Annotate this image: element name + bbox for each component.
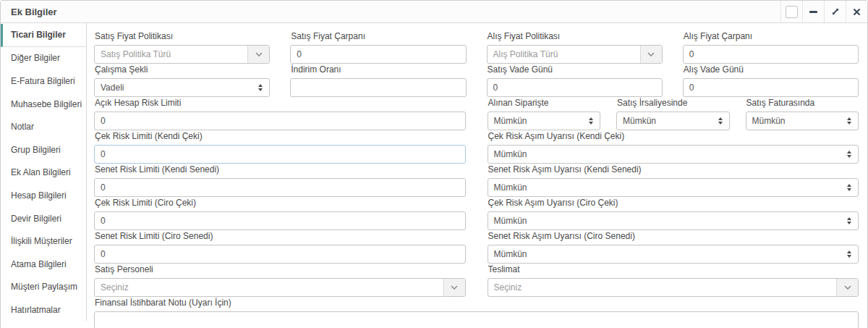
maximize-button[interactable]: [780, 1, 802, 22]
select-value: Vadeli: [101, 83, 124, 93]
select-placeholder: Seçiniz: [488, 279, 837, 296]
sidebar-item-hesap-bilgileri[interactable]: Hesap Bilgileri: [1, 184, 86, 207]
cek-risk-asim-kendi-select[interactable]: Mümkün: [488, 145, 859, 164]
select-updown-icon: [258, 84, 263, 91]
field-label: İndirim Oranı: [291, 65, 466, 75]
form-row-7: Senet Risk Limiti (Ciro Senedi) Senet Ri…: [94, 232, 859, 264]
sidebar-item-iliskili-musteriler[interactable]: İlişkili Müşteriler: [1, 230, 86, 253]
teslimat-select[interactable]: Seçiniz: [488, 278, 859, 297]
select-updown-icon: [847, 117, 851, 125]
field-label: Satış Personeli: [95, 265, 466, 274]
minimize-button[interactable]: [802, 1, 824, 22]
satis-personeli-select[interactable]: Seçiniz: [94, 278, 466, 297]
sidebar-item-ek-alan-bilgileri[interactable]: Ek Alan Bilgileri: [1, 161, 86, 185]
sidebar-item-ticari-bilgiler[interactable]: Ticari Bilgiler: [1, 24, 86, 47]
select-value: Mümkün: [494, 149, 527, 159]
sidebar-item-hatirlatmalar[interactable]: Hatırlatmalar: [1, 298, 86, 321]
alis-fiyat-politikasi-select[interactable]: Alış Politika Türü: [487, 45, 663, 64]
minimize-icon: [809, 11, 817, 13]
dialog-title: Ek Bilgiler: [1, 7, 57, 17]
field-label: Çalışma Şekli: [95, 65, 270, 75]
field-label: Satış Fiyat Çarpanı: [291, 32, 466, 41]
field-satis-irsaliyesinde: Satış İrsaliyesinde Mümkün: [616, 98, 730, 130]
field-senet-risk-limiti-ciro: Senet Risk Limiti (Ciro Senedi): [94, 232, 466, 264]
expand-icon: [831, 7, 840, 16]
select-value: Mümkün: [494, 216, 527, 226]
risk-selects-group: Alınan Siparişte Mümkün Satış İrsaliyesi…: [488, 98, 859, 130]
sidebar-item-devir-bilgileri[interactable]: Devir Bilgileri: [1, 207, 86, 230]
select-placeholder: Seçiniz: [95, 279, 443, 296]
cek-risk-limiti-kendi-input[interactable]: [94, 145, 466, 164]
ek-bilgiler-dialog: Ek Bilgiler Ticar: [0, 0, 868, 328]
field-label: Alış Vade Günü: [684, 65, 859, 75]
alis-fiyat-carpani-input[interactable]: [683, 45, 859, 64]
close-button[interactable]: [846, 1, 867, 22]
indirim-orani-input[interactable]: [290, 78, 466, 97]
form-row-5: Senet Risk Limiti (Kendi Senedi) Senet R…: [94, 165, 859, 197]
sidebar-item-diger-bilgiler[interactable]: Diğer Bilgiler: [1, 47, 86, 70]
senet-risk-asim-ciro-select[interactable]: Mümkün: [488, 245, 859, 264]
form-row-8: Satış Personeli Seçiniz Teslimat Seçiniz: [94, 265, 859, 297]
sidebar-item-muhasebe-bilgileri[interactable]: Muhasebe Bilgileri: [1, 93, 86, 116]
form-row-3: Açık Hesap Risk Limiti Alınan Siparişte …: [94, 98, 859, 130]
field-label: Senet Risk Limiti (Ciro Senedi): [95, 232, 466, 241]
form-row-1: Satış Fiyat Politikası Satış Politika Tü…: [94, 32, 859, 64]
field-satis-vade-gunu: Satış Vade Günü: [487, 65, 663, 97]
alis-vade-gunu-input[interactable]: [683, 78, 859, 97]
field-label: Çek Risk Aşım Uyarısı (Ciro Çeki): [488, 198, 859, 208]
satis-fiyat-carpani-input[interactable]: [290, 45, 466, 64]
select-value: Mümkün: [494, 249, 527, 259]
select-updown-icon: [847, 217, 851, 224]
cek-risk-asim-ciro-select[interactable]: Mümkün: [488, 211, 859, 230]
satis-irsaliyesinde-select[interactable]: Mümkün: [616, 112, 730, 130]
finansal-istihbarat-textarea[interactable]: [94, 311, 859, 328]
field-label: Satış İrsaliyesinde: [617, 98, 730, 108]
satis-faturasinda-select[interactable]: Mümkün: [746, 112, 859, 130]
senet-risk-limiti-ciro-input[interactable]: [94, 245, 466, 264]
alinan-sipariste-select[interactable]: Mümkün: [488, 112, 601, 130]
field-senet-risk-asim-ciro: Senet Risk Aşım Uyarısı (Ciro Senedi) Mü…: [488, 232, 859, 264]
senet-risk-limiti-kendi-input[interactable]: [94, 178, 466, 197]
field-label: Senet Risk Aşım Uyarısı (Ciro Senedi): [488, 232, 859, 241]
select-value: Mümkün: [494, 182, 527, 193]
cek-risk-limiti-ciro-input[interactable]: [94, 211, 466, 230]
window-controls: [780, 1, 867, 22]
select-placeholder: Satış Politika Türü: [95, 46, 247, 63]
field-label: Çek Risk Aşım Uyarısı (Kendi Çeki): [488, 132, 859, 141]
field-calisma-sekli: Çalışma Şekli Vadeli: [94, 65, 270, 97]
form-row-4: Çek Risk Limiti (Kendi Çeki) Çek Risk Aş…: [94, 132, 859, 164]
sidebar-item-musteri-paylasim[interactable]: Müşteri Paylaşım: [1, 276, 86, 299]
sidebar-item-atama-bilgileri[interactable]: Atama Bilgileri: [1, 253, 86, 276]
select-placeholder: Alış Politika Türü: [488, 46, 640, 63]
field-teslimat: Teslimat Seçiniz: [488, 265, 859, 297]
dialog-titlebar: Ek Bilgiler: [1, 1, 867, 23]
sidebar-item-notlar[interactable]: Notlar: [1, 115, 86, 138]
field-alis-fiyat-politikasi: Alış Fiyat Politikası Alış Politika Türü: [487, 32, 663, 64]
field-satis-fiyat-politikasi: Satış Fiyat Politikası Satış Politika Tü…: [94, 32, 270, 64]
select-updown-icon: [847, 184, 851, 191]
chevron-down-icon: [247, 46, 269, 63]
satis-vade-gunu-input[interactable]: [487, 78, 663, 97]
select-updown-icon: [589, 117, 593, 125]
form-row-6: Çek Risk Limiti (Ciro Çeki) Çek Risk Aşı…: [94, 198, 859, 230]
field-label: Senet Risk Limiti (Kendi Senedi): [95, 165, 466, 174]
field-satis-faturasinda: Satış Faturasında Mümkün: [746, 98, 859, 130]
field-label: Satış Vade Günü: [488, 65, 663, 75]
close-icon: [853, 8, 861, 16]
select-updown-icon: [718, 117, 723, 125]
senet-risk-asim-kendi-select[interactable]: Mümkün: [488, 178, 859, 197]
field-label: Çek Risk Limiti (Ciro Çeki): [95, 198, 466, 208]
maximize-icon: [786, 6, 798, 18]
sidebar-item-e-fatura-bilgileri[interactable]: E-Fatura Bilgileri: [1, 70, 86, 93]
acik-hesap-risk-limiti-input[interactable]: [94, 112, 466, 130]
sidebar: Ticari Bilgiler Diğer Bilgiler E-Fatura …: [1, 23, 87, 321]
field-label: Alış Fiyat Çarpanı: [684, 32, 859, 41]
satis-fiyat-politikasi-select[interactable]: Satış Politika Türü: [94, 45, 270, 64]
field-acik-hesap-risk-limiti: Açık Hesap Risk Limiti: [94, 98, 466, 130]
expand-button[interactable]: [824, 1, 846, 22]
field-satis-fiyat-carpani: Satış Fiyat Çarpanı: [290, 32, 466, 64]
field-label: Çek Risk Limiti (Kendi Çeki): [95, 132, 466, 141]
field-senet-risk-asim-kendi: Senet Risk Aşım Uyarısı (Kendi Senedi) M…: [488, 165, 859, 197]
calisma-sekli-select[interactable]: Vadeli: [94, 78, 270, 97]
sidebar-item-grup-bilgileri[interactable]: Grup Bilgileri: [1, 138, 86, 161]
